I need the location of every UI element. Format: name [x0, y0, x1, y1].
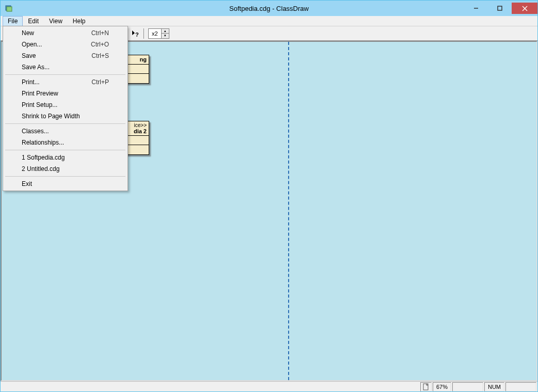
svg-text:?: ? — [135, 32, 139, 38]
menu-item-save[interactable]: Save Ctrl+S — [4, 50, 126, 61]
menu-item-print-setup[interactable]: Print Setup... — [4, 99, 126, 111]
menu-separator — [5, 123, 125, 124]
page-boundary — [288, 42, 289, 380]
menu-separator — [5, 150, 125, 150]
menu-item-shrink[interactable]: Shrink to Page Width — [4, 111, 126, 122]
menu-item-print[interactable]: Print... Ctrl+P — [4, 76, 126, 88]
menu-file[interactable]: File — [3, 16, 23, 26]
titlebar: Softpedia.cdg - ClassDraw — [1, 1, 537, 16]
status-caps — [452, 382, 483, 391]
zoom-up-icon[interactable]: ▲ — [162, 29, 169, 34]
menu-item-recent-2[interactable]: 2 Untitled.cdg — [4, 163, 126, 175]
maximize-button[interactable] — [488, 3, 512, 14]
app-icon — [5, 4, 13, 12]
menu-item-open[interactable]: Open... Ctrl+O — [4, 39, 126, 50]
zoom-value: x2 — [149, 30, 161, 37]
status-scroll — [505, 382, 536, 391]
status-num: NUM — [484, 382, 504, 391]
status-zoom: 67% — [433, 382, 451, 391]
menu-edit[interactable]: Edit — [23, 16, 44, 26]
svg-rect-3 — [498, 6, 502, 10]
menu-item-print-preview[interactable]: Print Preview — [4, 88, 126, 99]
menu-help[interactable]: Help — [68, 16, 91, 26]
menu-item-relationships[interactable]: Relationships... — [4, 137, 126, 148]
menu-item-classes[interactable]: Classes... — [4, 126, 126, 137]
menu-view[interactable]: View — [44, 16, 68, 26]
svg-rect-1 — [7, 7, 12, 11]
menu-separator — [5, 74, 125, 75]
menu-item-save-as[interactable]: Save As... — [4, 61, 126, 73]
menu-item-recent-1[interactable]: 1 Softpedia.cdg — [4, 152, 126, 163]
statusbar: 67% NUM — [1, 381, 537, 391]
menu-item-exit[interactable]: Exit — [4, 178, 126, 190]
close-button[interactable] — [512, 3, 537, 14]
zoom-down-icon[interactable]: ▼ — [162, 34, 169, 38]
file-menu-dropdown: New Ctrl+N Open... Ctrl+O Save Ctrl+S Sa… — [3, 26, 128, 191]
menu-separator — [5, 176, 125, 177]
toolbar-context-help-icon[interactable]: ? — [130, 28, 141, 39]
status-page-icon — [420, 382, 432, 391]
minimize-button[interactable] — [464, 3, 488, 14]
menubar: File Edit View Help — [1, 16, 537, 26]
zoom-control[interactable]: x2 ▲ ▼ — [148, 28, 169, 39]
window-title: Softpedia.cdg - ClassDraw — [1, 5, 537, 12]
menu-item-new[interactable]: New Ctrl+N — [4, 27, 126, 39]
